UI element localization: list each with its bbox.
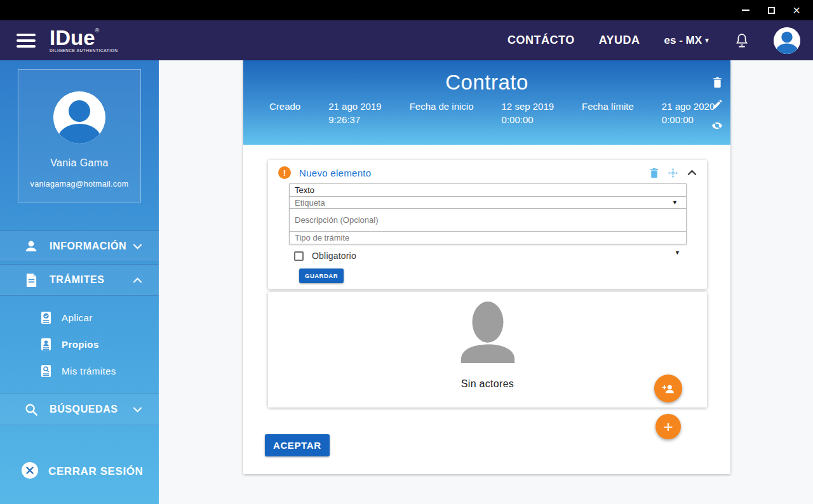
logo-tagline: DILIGENCE AUTHENTICATION (50, 48, 118, 53)
chevron-down-icon (133, 407, 142, 413)
logo-text: IDue (50, 26, 95, 50)
meta-time: 0:00:00 (662, 114, 715, 125)
move-element-icon[interactable] (668, 168, 678, 178)
element-type-select[interactable]: Texto (289, 183, 687, 197)
dropdown-arrow-icon[interactable]: ▼ (672, 199, 681, 206)
sidebar-item-label: TRÁMITES (50, 274, 105, 286)
sidebar-item-busquedas[interactable]: BÚSQUEDAS (0, 394, 159, 425)
sidebar-item-mis-tramites[interactable]: Mis trámites (0, 357, 159, 384)
sidebar: Vania Gama vaniagamag@hotmail.com INFORM… (0, 60, 159, 504)
etiqueta-input[interactable] (295, 198, 672, 208)
profile-avatar (53, 91, 105, 143)
logout-label: CERRAR SESIÓN (48, 465, 144, 478)
visibility-off-icon[interactable] (711, 121, 723, 130)
app-header: IDue® DILIGENCE AUTHENTICATION CONTÁCTO … (0, 20, 813, 60)
meta-created: Creado 21 ago 2019 9:26:37 (269, 101, 382, 125)
empty-actors-label: Sin actores (268, 378, 707, 390)
sidebar-item-label: Aplicar (62, 312, 93, 323)
warning-icon: ! (278, 166, 291, 179)
meta-label: Creado (269, 101, 300, 125)
contract-detail-card: Contrato Creado 21 ago 2019 9:26:37 Fech… (243, 60, 730, 474)
help-link[interactable]: AYUDA (599, 34, 640, 47)
meta-deadline: Fecha límite 21 ago 2020 0:00:00 (582, 101, 715, 125)
profile-card: Vania Gama vaniagamag@hotmail.com (18, 69, 141, 202)
sidebar-nav: INFORMACIÓN TRÁMITES Aplicar (0, 230, 159, 425)
tramites-submenu: Aplicar Propios Mis trámites (0, 296, 159, 394)
sidebar-item-label: BÚSQUEDAS (50, 404, 118, 415)
person-icon (23, 239, 39, 254)
meta-date: 21 ago 2020 (662, 101, 715, 112)
search-icon (23, 402, 39, 417)
contract-header: Contrato Creado 21 ago 2019 9:26:37 Fech… (243, 60, 730, 145)
sidebar-item-tramites[interactable]: TRÁMITES (0, 264, 159, 296)
meta-time: 9:26:37 (328, 114, 381, 125)
contact-link[interactable]: CONTÁCTO (507, 34, 575, 47)
add-actor-button[interactable] (654, 375, 682, 402)
profile-name: Vania Gama (50, 157, 109, 169)
meta-time: 0:00:00 (502, 114, 554, 125)
profile-email: vaniagamag@hotmail.com (30, 180, 129, 189)
new-element-card: ! Nuevo elemento Texto ▼ (268, 160, 707, 289)
minimize-icon (742, 10, 749, 11)
delete-element-icon[interactable] (650, 168, 659, 178)
language-value: es - MX (664, 34, 702, 47)
dropdown-arrow-icon[interactable]: ▼ (675, 249, 680, 256)
aceptar-button[interactable]: ACEPTAR (265, 434, 330, 456)
obligatorio-label: Obligatorio (312, 251, 356, 261)
document-search-icon (39, 364, 52, 378)
chevron-down-icon (133, 244, 142, 249)
sidebar-item-label: INFORMACIÓN (50, 241, 126, 252)
chevron-up-icon (133, 277, 142, 283)
descripcion-input[interactable] (295, 215, 681, 225)
logout-x-icon (22, 462, 38, 481)
document-person-icon (39, 338, 52, 351)
guardar-button[interactable]: GUARDAR (299, 269, 344, 283)
app-logo: IDue® DILIGENCE AUTHENTICATION (50, 29, 118, 53)
page-title: Contrato (243, 60, 730, 95)
person-silhouette-icon (450, 301, 525, 366)
notifications-bell-icon[interactable] (734, 32, 749, 49)
delete-contract-icon[interactable] (713, 77, 722, 88)
meta-date: 12 sep 2019 (502, 101, 554, 112)
element-type-value: Texto (295, 185, 314, 195)
plus-icon: + (663, 414, 673, 439)
contract-meta: Creado 21 ago 2019 9:26:37 Fecha de inic… (243, 101, 730, 125)
add-element-button[interactable]: + (655, 414, 681, 439)
sidebar-item-label: Propios (62, 339, 99, 350)
edit-contract-icon[interactable] (712, 100, 722, 110)
window-titlebar: × (0, 0, 813, 20)
meta-start-date: Fecha de inicio 12 sep 2019 0:00:00 (410, 101, 554, 125)
tipo-tramite-input[interactable] (295, 233, 681, 242)
obligatorio-checkbox[interactable] (294, 251, 304, 261)
add-person-icon (661, 381, 676, 396)
user-avatar[interactable] (774, 27, 800, 54)
actors-card: Sin actores (268, 292, 707, 408)
meta-label: Fecha límite (582, 101, 634, 125)
sidebar-item-propios[interactable]: Propios (0, 331, 159, 357)
close-icon: × (793, 6, 800, 15)
close-button[interactable]: × (791, 5, 802, 15)
registered-mark: ® (95, 27, 100, 34)
hamburger-menu-icon[interactable] (17, 34, 36, 48)
minimize-button[interactable] (741, 5, 751, 15)
form-title: Nuevo elemento (299, 168, 371, 178)
document-icon (23, 273, 39, 288)
maximize-button[interactable] (766, 5, 776, 15)
chevron-down-icon: ▼ (704, 37, 710, 44)
meta-label: Fecha de inicio (410, 101, 474, 125)
sidebar-item-label: Mis trámites (62, 366, 116, 376)
logout-button[interactable]: CERRAR SESIÓN (22, 462, 144, 481)
document-check-icon (39, 311, 52, 324)
meta-date: 21 ago 2019 (328, 101, 381, 112)
sidebar-item-aplicar[interactable]: Aplicar (0, 304, 159, 331)
language-selector[interactable]: es - MX ▼ (664, 34, 710, 47)
sidebar-item-informacion[interactable]: INFORMACIÓN (0, 230, 159, 262)
collapse-element-icon[interactable] (687, 169, 697, 176)
maximize-icon (768, 7, 775, 14)
